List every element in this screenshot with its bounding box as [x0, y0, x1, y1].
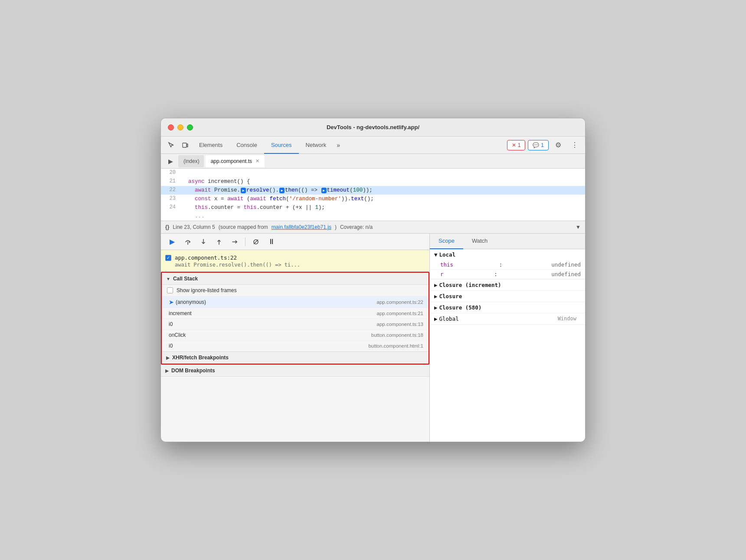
code-line-25: ... [161, 212, 585, 221]
scope-group-closure-580: ▶ Closure (580) [430, 302, 585, 313]
xhr-arrow: ▶ [166, 355, 170, 360]
tab-scope[interactable]: Scope [430, 234, 463, 249]
window-title: DevTools - ng-devtools.netlify.app/ [327, 124, 419, 130]
scope-key-r: r [440, 271, 444, 277]
step-into-button[interactable] [197, 236, 209, 248]
call-stack-item-0[interactable]: ➤ (anonymous) app.component.ts:22 [162, 296, 429, 308]
scope-key-this: this [440, 261, 453, 268]
scope-group-global-header[interactable]: ▶ Global Window [430, 313, 585, 324]
tabs-right-area: ✕ 1 💬 1 ⚙ ⋮ [507, 138, 582, 152]
breakpoint-label: app.component.ts:22 [175, 254, 237, 261]
close-button[interactable] [168, 124, 174, 130]
status-bar: {} Line 23, Column 5 (source mapped from… [161, 221, 585, 234]
resume-button[interactable]: ▶ [166, 236, 178, 248]
cursor-position: Line 23, Column 5 [173, 224, 215, 230]
scope-group-local: ▼ Local this : undefined r : undefined [430, 249, 585, 280]
file-tab-close-button[interactable]: ✕ [255, 157, 260, 165]
scope-group-closure-header[interactable]: ▶ Closure [430, 291, 585, 302]
tab-console[interactable]: Console [229, 137, 264, 154]
svg-rect-0 [183, 143, 186, 147]
ignore-frames-checkbox[interactable] [167, 287, 173, 293]
coverage-text: Coverage: n/a [340, 224, 373, 230]
step-out-button[interactable] [213, 236, 225, 248]
settings-button[interactable]: ⚙ [551, 138, 565, 152]
code-line-21: 21 async increment() { [161, 177, 585, 186]
call-stack-item-2[interactable]: i0 app.component.ts:13 [162, 319, 429, 330]
tab-watch[interactable]: Watch [463, 234, 496, 249]
file-tab-index[interactable]: (index) [178, 155, 204, 167]
bottom-area: ▶ ⏸ [161, 234, 585, 442]
more-options-button[interactable]: ⋮ [568, 138, 582, 152]
breakpoints-section: ✓ app.component.ts:22 await Promise.reso… [161, 250, 429, 272]
global-window-label: Window [558, 316, 581, 322]
device-toggle-button[interactable] [178, 138, 192, 152]
deactivate-breakpoints-button[interactable] [250, 236, 262, 248]
code-line-23: 23 const x = await (await fetch('/random… [161, 195, 585, 203]
global-label: Global [439, 316, 459, 322]
format-button[interactable]: {} [165, 224, 169, 230]
file-tab-index-label: (index) [183, 158, 200, 164]
source-mapped-link[interactable]: main.fa8bfa0e23f1eb71.js [272, 224, 331, 230]
scope-group-closure-580-header[interactable]: ▶ Closure (580) [430, 302, 585, 313]
call-stack-header[interactable]: ▼ Call Stack [162, 273, 429, 285]
dom-breakpoints-header[interactable]: ▶ DOM Breakpoints [161, 365, 429, 377]
file-nav-button[interactable]: ▶ [164, 155, 177, 167]
step-over-button[interactable] [182, 236, 194, 248]
devtools-tab-bar: Elements Console Sources Network » ✕ 1 💬… [161, 137, 585, 154]
call-stack-file-3: button.component.ts:18 [371, 332, 423, 338]
call-stack-name-4: i0 [169, 343, 173, 349]
tab-sources[interactable]: Sources [264, 137, 299, 154]
breakpoint-checkbox[interactable]: ✓ [165, 255, 171, 261]
error-badge-button[interactable]: ✕ 1 [507, 140, 526, 150]
devtools-window: DevTools - ng-devtools.netlify.app/ Elem… [160, 118, 586, 442]
scope-colon-r: : [494, 271, 501, 277]
info-badge-button[interactable]: 💬 1 [528, 140, 549, 150]
toolbar-separator [245, 238, 245, 246]
info-count: 1 [541, 142, 544, 148]
code-content-22: await Promise.▶resolve().▶then(() => ▶ti… [180, 186, 585, 195]
xhr-breakpoints-header[interactable]: ▶ XHR/fetch Breakpoints [162, 352, 429, 364]
line-number-24: 24 [161, 203, 180, 212]
step-button[interactable] [229, 236, 241, 248]
scope-group-local-header[interactable]: ▼ Local [430, 249, 585, 260]
call-stack-item-3[interactable]: onClick button.component.ts:18 [162, 330, 429, 341]
closure-label: Closure [439, 293, 462, 300]
code-editor[interactable]: 20 21 async increment() { 22 await Promi… [161, 169, 585, 221]
call-stack-file-1: app.component.ts:21 [377, 311, 423, 316]
local-arrow: ▼ [434, 251, 438, 258]
source-mapped-prefix: (source mapped from [219, 224, 268, 230]
call-stack-name-0: ➤ (anonymous) [169, 299, 206, 306]
inspect-element-button[interactable] [164, 138, 178, 152]
scope-item-this: this : undefined [430, 260, 585, 270]
code-line-24: 24 this.counter = this.counter + (+x || … [161, 203, 585, 212]
minimize-button[interactable] [177, 124, 183, 130]
tab-elements[interactable]: Elements [192, 137, 229, 154]
pause-on-exceptions-button[interactable]: ⏸ [265, 236, 278, 248]
global-arrow: ▶ [434, 316, 438, 322]
closure-arrow: ▶ [434, 293, 438, 300]
call-stack-file-0: app.component.ts:22 [377, 300, 423, 305]
code-content-23: const x = await (await fetch('/random-nu… [180, 195, 585, 203]
traffic-lights [168, 124, 193, 130]
status-right: ▼ [576, 224, 581, 230]
closure-580-arrow: ▶ [434, 304, 438, 311]
more-tabs-button[interactable]: » [333, 137, 344, 154]
scope-group-closure-increment-header[interactable]: ▶ Closure (increment) [430, 280, 585, 290]
call-stack-file-4: button.component.html:1 [368, 343, 423, 348]
maximize-button[interactable] [187, 124, 193, 130]
tab-network[interactable]: Network [299, 137, 334, 154]
file-tab-app-component[interactable]: app.component.ts ✕ [206, 155, 265, 167]
svg-rect-1 [187, 144, 188, 147]
scope-colon-this: : [499, 261, 506, 268]
closure-increment-label: Closure (increment) [439, 282, 501, 288]
left-panel: ▶ ⏸ [161, 234, 430, 442]
debugger-toolbar: ▶ ⏸ [161, 234, 429, 250]
source-mapped-suffix: ) [335, 224, 337, 230]
closure-580-label: Closure (580) [439, 304, 482, 311]
titlebar: DevTools - ng-devtools.netlify.app/ [161, 118, 585, 137]
active-frame-arrow: ➤ [169, 299, 174, 306]
file-tab-app-label: app.component.ts [211, 158, 252, 164]
call-stack-item-4[interactable]: i0 button.component.html:1 [162, 341, 429, 352]
call-stack-item-1[interactable]: increment app.component.ts:21 [162, 308, 429, 319]
status-right-icon: ▼ [576, 224, 581, 230]
